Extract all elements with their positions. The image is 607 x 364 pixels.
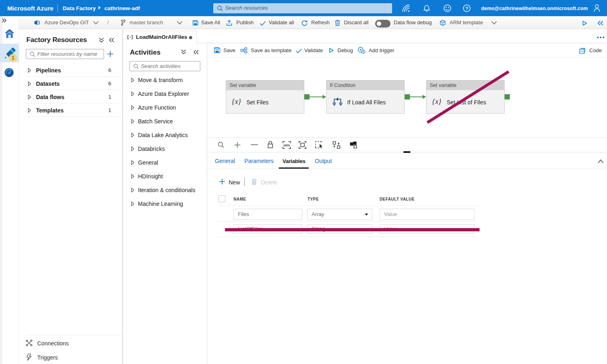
svg-text:?: ? — [465, 6, 468, 11]
svg-text:100%: 100% — [283, 144, 290, 147]
